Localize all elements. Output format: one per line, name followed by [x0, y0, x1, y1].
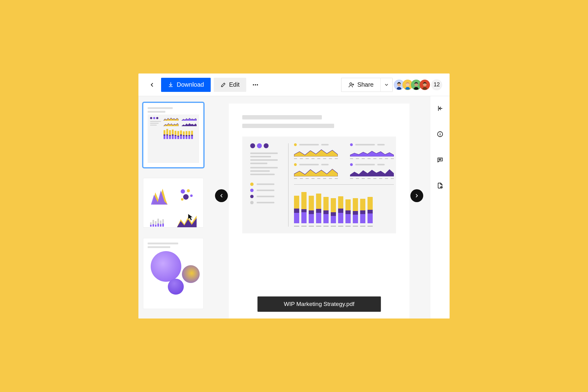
file-preview-app: Download Edit Share: [138, 74, 450, 318]
svg-point-0: [253, 84, 254, 85]
share-label: Share: [357, 81, 374, 88]
svg-point-1: [255, 84, 256, 85]
next-page-button[interactable]: [410, 189, 423, 202]
collapse-panel-button[interactable]: [434, 102, 446, 115]
thumbnail-page-1[interactable]: [143, 103, 203, 167]
preview-main: WIP Marketing Strategy.pdf: [208, 96, 430, 318]
chevron-left-icon: [219, 193, 224, 198]
more-horizontal-icon: [252, 81, 259, 88]
person-add-icon: [348, 82, 354, 88]
file-activity-button[interactable]: [434, 179, 446, 192]
download-icon: [168, 82, 174, 88]
svg-point-12: [183, 194, 189, 200]
info-button[interactable]: [434, 128, 446, 140]
info-icon: [437, 131, 443, 138]
svg-point-36: [440, 133, 440, 133]
thumbnail-page-3[interactable]: [143, 238, 203, 309]
svg-point-2: [257, 84, 258, 85]
svg-marker-31: [350, 151, 394, 156]
chevron-right-icon: [414, 193, 420, 198]
thumbnail-panel: [138, 96, 208, 318]
dashboard-card: [242, 137, 396, 233]
cursor-icon: [187, 213, 194, 221]
comment-icon: [437, 156, 443, 163]
svg-point-14: [181, 198, 183, 201]
page-preview: [229, 104, 409, 318]
svg-point-13: [190, 194, 193, 197]
edit-label: Edit: [229, 81, 239, 88]
svg-rect-26: [162, 224, 164, 227]
download-label: Download: [177, 81, 204, 88]
svg-rect-22: [153, 224, 154, 227]
svg-marker-33: [350, 170, 394, 176]
viewer-avatar[interactable]: [420, 80, 430, 90]
filename-tooltip: WIP Marketing Strategy.pdf: [258, 296, 381, 312]
edit-button[interactable]: Edit: [214, 78, 246, 92]
more-button[interactable]: [249, 79, 262, 91]
right-rail: [430, 96, 450, 318]
file-clock-icon: [437, 182, 443, 189]
back-button[interactable]: [146, 79, 158, 91]
svg-rect-21: [150, 225, 152, 227]
viewer-avatar-overflow[interactable]: 12: [431, 79, 442, 90]
viewer-avatars[interactable]: [396, 80, 430, 90]
pencil-icon: [221, 82, 226, 88]
svg-point-10: [181, 189, 185, 194]
share-button[interactable]: Share: [341, 78, 380, 92]
chevron-left-icon: [149, 82, 155, 88]
svg-point-3: [350, 83, 352, 85]
svg-rect-23: [155, 225, 156, 227]
thumbnail-page-2[interactable]: [143, 178, 203, 227]
preview-body: WIP Marketing Strategy.pdf: [138, 96, 450, 318]
svg-marker-29: [188, 214, 193, 221]
share-button-group: Share: [341, 78, 393, 92]
svg-rect-24: [157, 224, 159, 227]
comments-button[interactable]: [434, 154, 446, 166]
toolbar: Download Edit Share: [138, 74, 450, 96]
download-button[interactable]: Download: [161, 78, 211, 92]
svg-point-11: [187, 189, 190, 192]
collapse-left-icon: [437, 105, 443, 112]
svg-marker-32: [294, 169, 338, 176]
prev-page-button[interactable]: [215, 189, 228, 202]
chevron-down-icon: [384, 82, 389, 87]
svg-rect-25: [160, 224, 161, 227]
share-options-button[interactable]: [380, 78, 393, 92]
svg-marker-30: [294, 150, 338, 156]
